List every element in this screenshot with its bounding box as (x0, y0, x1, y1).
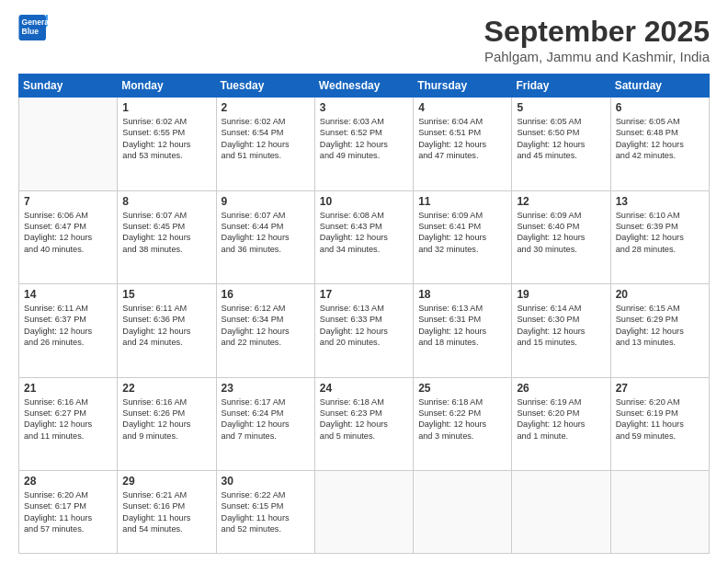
calendar-cell: 30Sunrise: 6:22 AM Sunset: 6:15 PM Dayli… (216, 471, 314, 554)
day-number: 9 (222, 195, 310, 208)
calendar-cell (512, 471, 610, 554)
day-number: 27 (616, 382, 704, 395)
cell-info: Sunrise: 6:02 AM Sunset: 6:54 PM Dayligh… (222, 116, 310, 162)
day-number: 21 (24, 382, 112, 395)
day-number: 29 (122, 475, 210, 488)
calendar-cell: 29Sunrise: 6:21 AM Sunset: 6:16 PM Dayli… (118, 471, 216, 554)
calendar-cell: 12Sunrise: 6:09 AM Sunset: 6:40 PM Dayli… (512, 190, 610, 284)
cell-info: Sunrise: 6:13 AM Sunset: 6:33 PM Dayligh… (320, 303, 408, 349)
cell-info: Sunrise: 6:12 AM Sunset: 6:34 PM Dayligh… (222, 303, 310, 349)
cell-info: Sunrise: 6:09 AM Sunset: 6:41 PM Dayligh… (418, 210, 506, 256)
day-number: 22 (122, 382, 210, 395)
svg-text:General: General (22, 17, 48, 27)
cell-info: Sunrise: 6:13 AM Sunset: 6:31 PM Dayligh… (418, 303, 506, 349)
calendar-cell: 13Sunrise: 6:10 AM Sunset: 6:39 PM Dayli… (610, 190, 709, 284)
calendar-cell: 23Sunrise: 6:17 AM Sunset: 6:24 PM Dayli… (216, 377, 314, 471)
calendar-cell: 20Sunrise: 6:15 AM Sunset: 6:29 PM Dayli… (610, 284, 709, 378)
calendar-cell: 9Sunrise: 6:07 AM Sunset: 6:44 PM Daylig… (216, 190, 314, 284)
col-sunday: Sunday (19, 75, 118, 98)
calendar-cell: 11Sunrise: 6:09 AM Sunset: 6:41 PM Dayli… (414, 190, 512, 284)
month-title: September 2025 (484, 15, 710, 49)
day-number: 18 (418, 288, 506, 301)
cell-info: Sunrise: 6:15 AM Sunset: 6:29 PM Dayligh… (616, 303, 704, 349)
calendar-cell: 4Sunrise: 6:04 AM Sunset: 6:51 PM Daylig… (414, 98, 512, 191)
cell-info: Sunrise: 6:14 AM Sunset: 6:30 PM Dayligh… (517, 303, 605, 349)
calendar-cell: 3Sunrise: 6:03 AM Sunset: 6:52 PM Daylig… (314, 98, 413, 191)
day-number: 15 (122, 288, 210, 301)
cell-info: Sunrise: 6:16 AM Sunset: 6:26 PM Dayligh… (122, 396, 210, 442)
col-wednesday: Wednesday (314, 75, 413, 98)
calendar-cell (19, 98, 118, 191)
day-number: 28 (24, 475, 112, 488)
cell-info: Sunrise: 6:04 AM Sunset: 6:51 PM Dayligh… (418, 116, 506, 162)
col-friday: Friday (512, 75, 610, 98)
cell-info: Sunrise: 6:11 AM Sunset: 6:37 PM Dayligh… (24, 303, 112, 349)
day-number: 8 (122, 195, 210, 208)
cell-info: Sunrise: 6:19 AM Sunset: 6:20 PM Dayligh… (517, 396, 605, 442)
calendar-cell: 24Sunrise: 6:18 AM Sunset: 6:23 PM Dayli… (314, 377, 413, 471)
calendar-cell: 26Sunrise: 6:19 AM Sunset: 6:20 PM Dayli… (512, 377, 610, 471)
day-number: 24 (320, 382, 408, 395)
calendar-week-1: 7Sunrise: 6:06 AM Sunset: 6:47 PM Daylig… (19, 190, 710, 284)
calendar-cell: 18Sunrise: 6:13 AM Sunset: 6:31 PM Dayli… (414, 284, 512, 378)
cell-info: Sunrise: 6:02 AM Sunset: 6:55 PM Dayligh… (122, 116, 210, 162)
day-number: 19 (517, 288, 605, 301)
calendar-cell: 19Sunrise: 6:14 AM Sunset: 6:30 PM Dayli… (512, 284, 610, 378)
svg-text:Blue: Blue (22, 27, 40, 36)
day-number: 5 (517, 101, 605, 114)
calendar-cell: 5Sunrise: 6:05 AM Sunset: 6:50 PM Daylig… (512, 98, 610, 191)
calendar-cell: 14Sunrise: 6:11 AM Sunset: 6:37 PM Dayli… (19, 284, 118, 378)
calendar-cell: 8Sunrise: 6:07 AM Sunset: 6:45 PM Daylig… (118, 190, 216, 284)
logo-icon: General Blue (18, 15, 48, 40)
cell-info: Sunrise: 6:11 AM Sunset: 6:36 PM Dayligh… (122, 303, 210, 349)
cell-info: Sunrise: 6:05 AM Sunset: 6:48 PM Dayligh… (616, 116, 704, 162)
cell-info: Sunrise: 6:08 AM Sunset: 6:43 PM Dayligh… (320, 210, 408, 256)
calendar-cell: 17Sunrise: 6:13 AM Sunset: 6:33 PM Dayli… (314, 284, 413, 378)
day-number: 11 (418, 195, 506, 208)
day-number: 12 (517, 195, 605, 208)
cell-info: Sunrise: 6:06 AM Sunset: 6:47 PM Dayligh… (24, 210, 112, 256)
calendar-cell: 10Sunrise: 6:08 AM Sunset: 6:43 PM Dayli… (314, 190, 413, 284)
cell-info: Sunrise: 6:20 AM Sunset: 6:19 PM Dayligh… (616, 396, 704, 442)
cell-info: Sunrise: 6:16 AM Sunset: 6:27 PM Dayligh… (24, 396, 112, 442)
cell-info: Sunrise: 6:03 AM Sunset: 6:52 PM Dayligh… (320, 116, 408, 162)
calendar-cell: 25Sunrise: 6:18 AM Sunset: 6:22 PM Dayli… (414, 377, 512, 471)
day-number: 10 (320, 195, 408, 208)
calendar-week-3: 21Sunrise: 6:16 AM Sunset: 6:27 PM Dayli… (19, 377, 710, 471)
cell-info: Sunrise: 6:21 AM Sunset: 6:16 PM Dayligh… (122, 489, 210, 535)
day-number: 16 (222, 288, 310, 301)
calendar-cell: 2Sunrise: 6:02 AM Sunset: 6:54 PM Daylig… (216, 98, 314, 191)
day-number: 20 (616, 288, 704, 301)
calendar-cell: 6Sunrise: 6:05 AM Sunset: 6:48 PM Daylig… (610, 98, 709, 191)
day-number: 6 (616, 101, 704, 114)
title-section: September 2025 Pahlgam, Jammu and Kashmi… (484, 15, 710, 64)
day-number: 1 (122, 101, 210, 114)
cell-info: Sunrise: 6:07 AM Sunset: 6:44 PM Dayligh… (222, 210, 310, 256)
cell-info: Sunrise: 6:18 AM Sunset: 6:23 PM Dayligh… (320, 396, 408, 442)
calendar-cell: 16Sunrise: 6:12 AM Sunset: 6:34 PM Dayli… (216, 284, 314, 378)
day-number: 26 (517, 382, 605, 395)
calendar-cell: 28Sunrise: 6:20 AM Sunset: 6:17 PM Dayli… (19, 471, 118, 554)
cell-info: Sunrise: 6:18 AM Sunset: 6:22 PM Dayligh… (418, 396, 506, 442)
calendar-cell: 27Sunrise: 6:20 AM Sunset: 6:19 PM Dayli… (610, 377, 709, 471)
day-number: 25 (418, 382, 506, 395)
calendar-cell: 22Sunrise: 6:16 AM Sunset: 6:26 PM Dayli… (118, 377, 216, 471)
cell-info: Sunrise: 6:10 AM Sunset: 6:39 PM Dayligh… (616, 210, 704, 256)
logo: General Blue (18, 15, 48, 40)
calendar-cell (610, 471, 709, 554)
calendar-cell: 21Sunrise: 6:16 AM Sunset: 6:27 PM Dayli… (19, 377, 118, 471)
col-monday: Monday (118, 75, 216, 98)
page: General Blue September 2025 Pahlgam, Jam… (0, 0, 728, 563)
day-number: 23 (222, 382, 310, 395)
day-number: 2 (222, 101, 310, 114)
col-thursday: Thursday (414, 75, 512, 98)
calendar-week-4: 28Sunrise: 6:20 AM Sunset: 6:17 PM Dayli… (19, 471, 710, 554)
day-number: 4 (418, 101, 506, 114)
cell-info: Sunrise: 6:22 AM Sunset: 6:15 PM Dayligh… (222, 489, 310, 535)
day-number: 3 (320, 101, 408, 114)
cell-info: Sunrise: 6:09 AM Sunset: 6:40 PM Dayligh… (517, 210, 605, 256)
calendar-header-row: Sunday Monday Tuesday Wednesday Thursday… (19, 75, 710, 98)
calendar-week-2: 14Sunrise: 6:11 AM Sunset: 6:37 PM Dayli… (19, 284, 710, 378)
cell-info: Sunrise: 6:17 AM Sunset: 6:24 PM Dayligh… (222, 396, 310, 442)
calendar-week-0: 1Sunrise: 6:02 AM Sunset: 6:55 PM Daylig… (19, 98, 710, 191)
